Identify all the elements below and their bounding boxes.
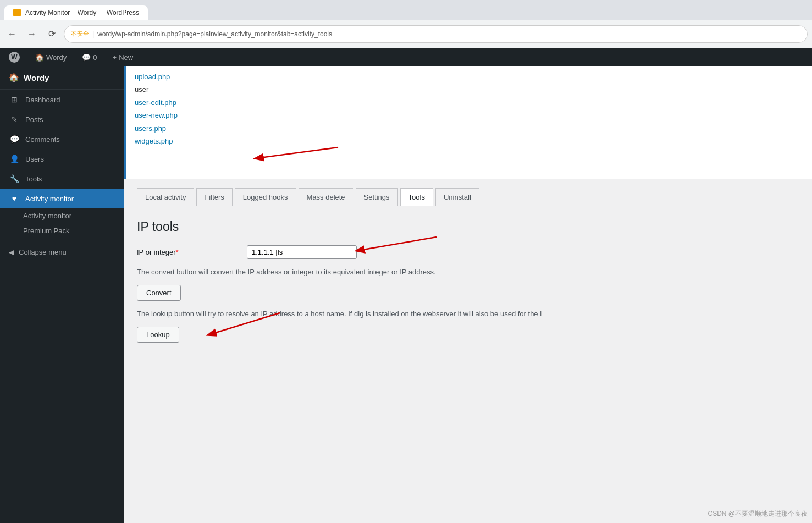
wp-logo-icon: W — [9, 52, 20, 63]
plus-icon: + — [113, 53, 117, 62]
convert-button[interactable]: Convert — [137, 285, 181, 301]
file-list-container: upload.phpuseruser-edit.phpuser-new.phpu… — [135, 70, 803, 147]
sidebar-home-icon: 🏠 — [9, 73, 19, 82]
page-title: IP tools — [137, 219, 799, 234]
address-separator: | — [92, 30, 94, 38]
sidebar-label-users: Users — [25, 155, 44, 163]
sidebar-label-activity-monitor: Activity monitor — [25, 195, 74, 203]
posts-icon: ✎ — [9, 114, 20, 125]
lookup-btn-wrapper: Lookup — [137, 327, 799, 343]
file-list-item: widgets.php — [135, 135, 803, 147]
wp-sidebar: 🏠 Wordy ⊞ Dashboard ✎ Posts 💬 Comments 👤… — [0, 66, 124, 523]
browser-chrome: Activity Monitor – Wordy — WordPress ← →… — [0, 0, 812, 48]
security-warning: 不安全 — [71, 30, 89, 38]
convert-btn-row: Convert — [137, 285, 799, 301]
wp-layout: 🏠 Wordy ⊞ Dashboard ✎ Posts 💬 Comments 👤… — [0, 66, 812, 523]
address-url: wordy/wp-admin/admin.php?page=plainview_… — [97, 30, 332, 38]
wp-main-inner: upload.phpuseruser-edit.phpuser-new.phpu… — [124, 66, 812, 356]
tab-title: Activity Monitor – Wordy — WordPress — [25, 9, 139, 16]
arrow-svg-2 — [351, 234, 439, 262]
file-list-item: user-edit.php — [135, 96, 803, 109]
sidebar-collapse-button[interactable]: ◀ Collapse menu — [0, 243, 124, 262]
file-list-area: upload.phpuseruser-edit.phpuser-new.phpu… — [124, 66, 812, 179]
browser-tab-active[interactable]: Activity Monitor – Wordy — WordPress — [4, 5, 148, 20]
wp-logo-button[interactable]: W — [4, 48, 24, 66]
file-list-item: users.php — [135, 122, 803, 135]
admin-bar-site-name: Wordy — [46, 53, 67, 62]
sidebar-item-activity-monitor[interactable]: ♥ Activity monitor — [0, 189, 124, 208]
sidebar-submenu-premium-pack[interactable]: Premium Pack — [0, 223, 124, 238]
comments-icon: 💬 — [9, 134, 20, 145]
address-bar[interactable]: 不安全 | wordy/wp-admin/admin.php?page=plai… — [64, 25, 808, 43]
admin-bar-home-icon: 🏠 — [35, 53, 44, 62]
tab-logged-hooks[interactable]: Logged hooks — [235, 188, 296, 206]
collapse-icon: ◀ — [9, 248, 14, 256]
forward-button[interactable]: → — [24, 26, 40, 42]
file-list-item: user — [135, 83, 803, 96]
ip-form-row: IP or integer* — [137, 245, 799, 259]
dashboard-icon: ⊞ — [9, 94, 20, 105]
admin-bar-site[interactable]: 🏠 Wordy — [31, 48, 71, 66]
arrow-svg-3 — [203, 310, 291, 343]
sidebar-item-tools[interactable]: 🔧 Tools — [0, 169, 124, 189]
tab-navigation: Local activity Filters Logged hooks Mass… — [124, 179, 812, 206]
sidebar-item-users[interactable]: 👤 Users — [0, 149, 124, 169]
sidebar-item-posts[interactable]: ✎ Posts — [0, 109, 124, 129]
tab-local-activity[interactable]: Local activity — [137, 188, 194, 206]
comment-icon: 💬 — [82, 53, 91, 62]
reload-button[interactable]: ⟳ — [44, 26, 59, 42]
users-icon: 👤 — [9, 153, 20, 164]
tab-uninstall[interactable]: Uninstall — [435, 188, 479, 206]
wp-admin-bar: W 🏠 Wordy 💬 0 + New — [0, 48, 812, 66]
sidebar-item-dashboard[interactable]: ⊞ Dashboard — [0, 90, 124, 109]
browser-navbar: ← → ⟳ 不安全 | wordy/wp-admin/admin.php?pag… — [0, 20, 812, 48]
sidebar-submenu: Activity monitor Premium Pack — [0, 208, 124, 238]
sidebar-label-dashboard: Dashboard — [25, 96, 60, 104]
collapse-label: Collapse menu — [19, 248, 67, 256]
ip-input-wrapper — [247, 245, 357, 259]
tab-favicon — [13, 9, 21, 16]
comment-count: 0 — [93, 53, 97, 62]
tab-filters[interactable]: Filters — [196, 188, 232, 206]
sidebar-label-comments: Comments — [25, 135, 60, 144]
convert-info-text: The convert button will convert the IP a… — [137, 268, 632, 276]
admin-bar-comments[interactable]: 💬 0 — [78, 48, 101, 66]
tab-mass-delete[interactable]: Mass delete — [299, 188, 353, 206]
wp-main: upload.phpuseruser-edit.phpuser-new.phpu… — [124, 66, 812, 523]
sidebar-item-comments[interactable]: 💬 Comments — [0, 129, 124, 149]
arrow-annotation-1 — [135, 147, 803, 175]
tab-tools[interactable]: Tools — [400, 188, 433, 206]
browser-tabs: Activity Monitor – Wordy — WordPress — [0, 0, 812, 20]
file-list-item: upload.php — [135, 70, 803, 83]
ip-input[interactable] — [247, 245, 357, 259]
required-marker: * — [176, 248, 179, 256]
sidebar-submenu-activity-monitor[interactable]: Activity monitor — [0, 208, 124, 223]
page-content: IP tools IP or integer* — [124, 206, 812, 356]
new-label: New — [119, 53, 133, 62]
tools-icon: 🔧 — [9, 173, 20, 184]
lookup-button[interactable]: Lookup — [137, 327, 179, 343]
tab-settings[interactable]: Settings — [356, 188, 398, 206]
back-button[interactable]: ← — [4, 26, 20, 42]
sidebar-label-tools: Tools — [25, 175, 42, 183]
admin-bar-new[interactable]: + New — [108, 48, 138, 66]
ip-label: IP or integer* — [137, 248, 247, 256]
file-list-item: user-new.php — [135, 109, 803, 122]
sidebar-site-name: 🏠 Wordy — [0, 66, 124, 90]
arrow-svg-1 — [245, 142, 366, 169]
watermark: CSDN @不要温顺地走进那个良夜 — [708, 509, 808, 519]
sidebar-label-posts: Posts — [25, 115, 43, 124]
activity-monitor-icon: ♥ — [9, 193, 20, 204]
